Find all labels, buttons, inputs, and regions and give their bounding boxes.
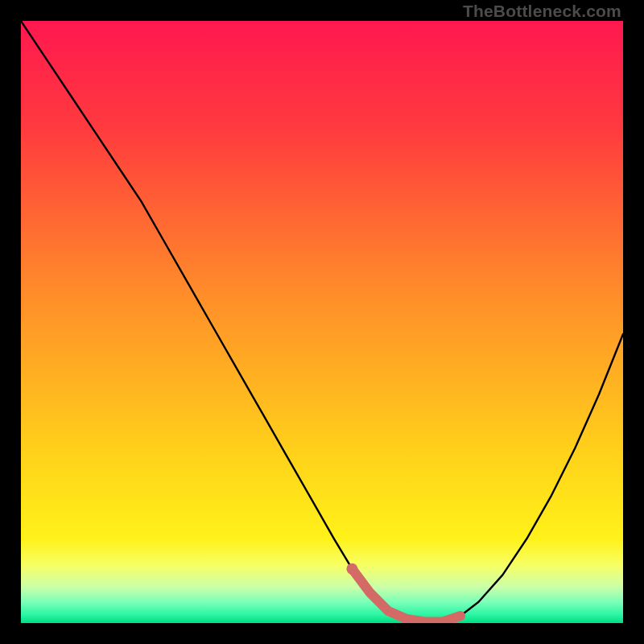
svg-point-1 [346,564,357,575]
watermark-text: TheBottleneck.com [463,2,621,21]
bottleneck-curve [21,21,623,623]
plot-area [21,21,623,623]
chart-frame: TheBottleneck.com [0,0,644,644]
